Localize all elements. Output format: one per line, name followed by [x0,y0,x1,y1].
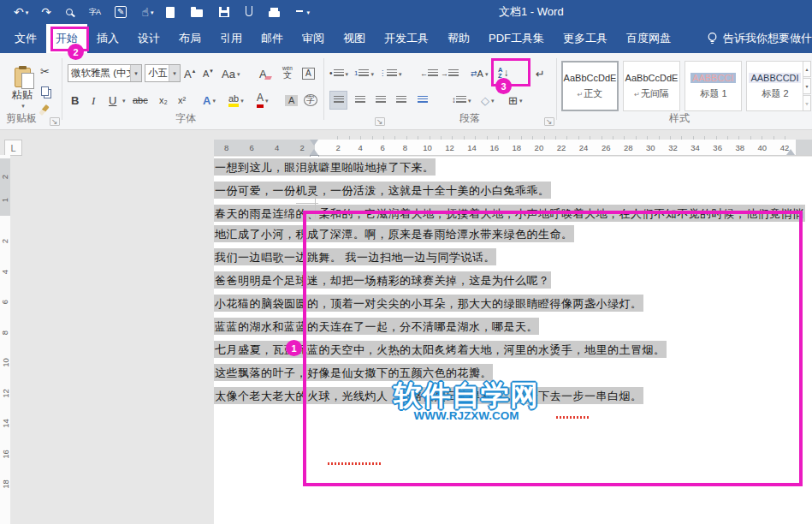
styles-scroll-up[interactable]: ▴ [803,61,811,77]
character-border-button[interactable]: A [302,64,315,83]
selected-text[interactable]: 一想到这儿，眼泪就噼里啪啦地掉了下来。 [214,158,436,176]
paragraph-dialog-launcher[interactable]: ↘ [544,117,554,126]
format-painter-button[interactable] [42,100,46,119]
change-case-button[interactable]: Aa▾ [222,64,240,83]
hruler-right-margin[interactable] [796,140,812,155]
right-indent-marker[interactable] [786,149,795,155]
shading-button[interactable]: ◇▾ [481,91,495,110]
tab-layout[interactable]: 布局 [169,24,210,53]
numbering-button[interactable]: 1▾ [354,64,374,83]
show-hide-marks-button[interactable]: ↵ [536,64,545,83]
tab-home[interactable]: 开始 [46,24,87,53]
save-button[interactable] [219,7,233,17]
tab-help[interactable]: 帮助 [438,24,479,53]
cut-button[interactable]: ✂ [40,62,50,80]
tab-references[interactable]: 引用 [210,24,252,53]
multilevel-list-button[interactable]: ⋮▾ [379,64,402,83]
align-right-button[interactable] [371,91,389,110]
selected-text[interactable]: 爸爸明明是个足球迷，却把一场精彩的球赛关掉，这是为什么呢？ [214,271,551,289]
tab-review[interactable]: 审阅 [293,24,334,53]
paragraph[interactable]: 爸爸明明是个足球迷，却把一场精彩的球赛关掉，这是为什么呢？ [214,270,812,290]
paste-button[interactable]: 粘贴 ▾ [7,61,38,116]
selected-text[interactable]: 一份可爱，一份机灵，一份活泼，这就是十全十美的小白兔乖乖。 [214,182,551,199]
tab-design[interactable]: 设计 [128,24,169,53]
paragraph[interactable]: 一份可爱，一份机灵，一份活泼，这就是十全十美的小白兔乖乖。 [214,180,812,200]
tab-stop-selector[interactable]: L [4,140,22,156]
paragraph[interactable]: 一想到这儿，眼泪就噼里啪啦地掉了下来。 [214,157,812,177]
document-page[interactable]: 一想到这儿，眼泪就噼里啪啦地掉了下来。一份可爱，一份机灵，一份活泼，这就是十全十… [214,157,812,524]
style-heading2[interactable]: AABBCCDI 标题 2 [746,61,803,111]
selected-text[interactable]: 春天的雨是连绵的、柔和的，它滋润着大地，抚摸着大地，小声地呼唤着大地，在人们不知… [214,205,805,242]
font-dialog-launcher[interactable]: ↘ [375,117,385,126]
tab-baidu-netdisk[interactable]: 百度网盘 [617,24,680,53]
increase-indent-button[interactable]: → [441,64,459,83]
redo-button[interactable]: ↷ [41,6,53,18]
tab-file[interactable]: 文件 [5,24,46,53]
open-button[interactable] [191,7,206,17]
vertical-ruler[interactable]: 21 24681012141618 [0,155,10,524]
grow-font-button[interactable]: A▴ [184,64,195,83]
tell-me-box[interactable]: 告诉我你想要做什 [697,24,812,53]
clipboard-dialog-launcher[interactable]: ↘ [50,117,60,126]
line-spacing-button[interactable]: ↕▾ [452,91,471,110]
subscript-button[interactable]: x₂ [159,91,168,110]
quick-print-button[interactable] [269,7,283,17]
superscript-button[interactable]: x² [178,91,186,110]
underline-dropdown[interactable]: ▾ [122,91,126,110]
paragraph[interactable]: 七月盛夏，瓦蓝瓦蓝的天空中，火热的太阳炙烤着大地，河里的水烫手，地里的土冒烟。 [214,339,812,360]
spelling-grammar-button[interactable]: 字A [89,9,102,16]
dropdown-arrow-icon[interactable]: ▾ [130,65,141,81]
font-color-button[interactable]: A▾ [257,91,269,110]
selected-text[interactable]: 小花猫的脑袋圆圆的，顶着一对尖尖的小耳朵，那大大的绿眼睛瞪得像两盏小绿灯。 [214,295,643,312]
phonetic-guide-button[interactable]: wén文 [282,63,293,82]
shrink-font-button[interactable]: A▾ [203,64,213,83]
paragraph[interactable]: 蓝蓝的湖水和蓝蓝的天连在了一起，分不清哪是湖水，哪是天。 [214,316,812,336]
font-size-combo[interactable]: 小五 ▾ [145,64,181,82]
asian-layout-button[interactable]: ⇄A▾ [471,64,488,83]
style-normal[interactable]: AaBbCcDdE ↵正文 [561,61,619,111]
tab-more-tools[interactable]: 更多工具 [554,24,617,53]
enclose-characters-button[interactable]: 字 [304,91,317,110]
style-heading1[interactable]: AABBCCI 标题 1 [685,61,742,111]
new-document-button[interactable] [166,7,178,18]
clear-formatting-button[interactable]: A [259,64,271,83]
paragraph[interactable]: 我们一边唱歌一边跳舞。 我一边扫地一边与同学说话。 [214,247,812,267]
edit-mode-button[interactable]: ✎ [115,6,128,18]
selected-text[interactable]: 这些飘落的叶子，好像是仙女撒下的五颜六色的花瓣。 [214,364,493,381]
tab-mailings[interactable]: 邮件 [252,24,293,53]
first-line-indent-marker[interactable] [310,140,318,146]
decrease-indent-button[interactable]: ← [420,64,438,83]
tab-developer[interactable]: 开发工具 [375,24,438,53]
print-preview-button[interactable] [66,9,76,15]
strikethrough-button[interactable]: abc [133,91,148,110]
selected-text[interactable]: 蓝蓝的湖水和蓝蓝的天连在了一起，分不清哪是湖水，哪是天。 [214,318,539,335]
tab-view[interactable]: 视图 [334,24,375,53]
paragraph[interactable]: 小花猫的脑袋圆圆的，顶着一对尖尖的小耳朵，那大大的绿眼睛瞪得像两盏小绿灯。 [214,293,812,313]
dropdown-arrow-icon[interactable]: ▾ [169,65,180,81]
align-center-button[interactable] [351,91,369,110]
justify-button[interactable] [392,91,410,110]
paragraph[interactable]: 春天的雨是连绵的、柔和的，它滋润着大地，抚摸着大地，小声地呼唤着大地，在人们不知… [214,203,812,244]
distributed-button[interactable] [412,91,432,110]
selected-text[interactable]: 我们一边唱歌一边跳舞。 我一边扫地一边与同学说话。 [214,248,496,265]
attach-file-button[interactable] [246,8,256,16]
hruler-left-margin[interactable]: 8642 [214,140,315,155]
text-highlight-button[interactable]: ab▾ [228,91,244,110]
character-shading-button[interactable]: A [285,91,298,110]
style-no-spacing[interactable]: AaBbCcDdE ↵无间隔 [623,61,680,111]
tab-pdf-tools[interactable]: PDF工具集 [479,24,554,53]
hanging-indent-marker[interactable] [310,149,318,155]
hruler-text-area[interactable]: 24681012141618202224262830323436384042 [315,140,796,155]
styles-gallery-more[interactable]: ▿ [803,95,811,111]
styles-scroll-down[interactable]: ▾ [803,78,811,94]
undo-button[interactable]: ↶▾ [14,6,28,18]
italic-button[interactable]: I [92,91,95,110]
underline-button[interactable]: U [109,91,116,110]
bold-button[interactable]: B [71,91,79,110]
font-name-combo[interactable]: 微软雅黑 (中文 ▾ [68,64,142,82]
copy-button[interactable] [41,81,49,100]
selected-text[interactable]: 七月盛夏，瓦蓝瓦蓝的天空中，火热的太阳炙烤着大地，河里的水烫手，地里的土冒烟。 [214,341,667,358]
tab-insert[interactable]: 插入 [87,24,128,53]
customize-qat-button[interactable]: ▾ [296,9,310,15]
borders-button[interactable]: ⊞▾ [508,91,522,110]
